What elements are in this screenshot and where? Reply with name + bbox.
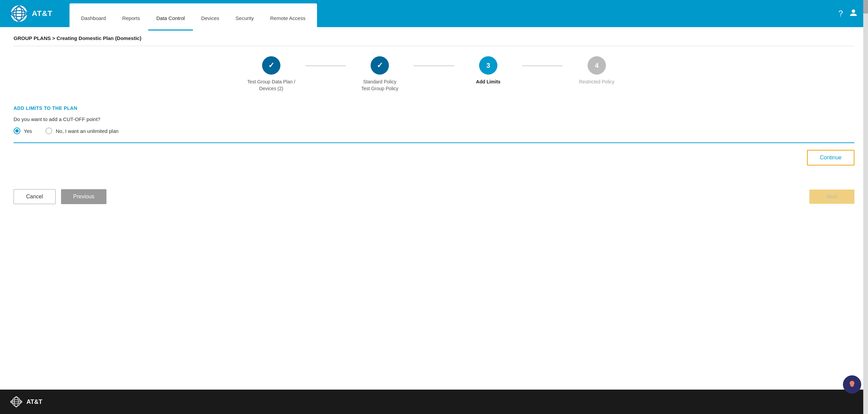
nav-remote-access[interactable]: Remote Access [262,7,314,31]
step-3-circle: 3 [479,56,497,75]
scrollbar[interactable] [863,0,868,414]
option-no[interactable]: No, I want an unlimited plan [45,127,118,134]
step-1-circle: ✓ [262,56,280,75]
radio-yes-dot [15,129,19,133]
cancel-button[interactable]: Cancel [14,189,56,204]
chat-icon [847,379,857,390]
stepper: ✓ Test Group Data Plan /Devices (2) ✓ St… [14,56,854,92]
help-icon[interactable]: ? [839,9,843,18]
left-buttons: Cancel Previous [14,189,106,204]
step-1-check: ✓ [268,61,274,70]
breadcrumb: GROUP PLANS > Creating Domestic Plan (Do… [14,35,854,46]
next-button[interactable]: Next [809,190,854,204]
svg-point-11 [850,381,854,386]
nav-data-control[interactable]: Data Control [148,7,193,31]
continue-button[interactable]: Continue [807,150,854,165]
main-content: GROUP PLANS > Creating Domestic Plan (Do… [0,27,868,390]
radio-yes-circle [14,127,20,134]
logo-area: AT&T [10,5,53,22]
step-3-number: 3 [486,62,490,70]
svg-point-5 [852,9,855,13]
step-4-circle: 4 [588,56,606,75]
form-section: ADD LIMITS TO THE PLAN Do you want to ad… [14,105,854,165]
chat-bubble[interactable] [843,375,861,394]
footer-text: AT&T [26,398,42,406]
option-yes[interactable]: Yes [14,127,32,134]
step-4-number: 4 [595,62,598,70]
att-logo-icon [10,5,28,22]
step-1-label: Test Group Data Plan /Devices (2) [247,79,295,92]
step-3: 3 Add Limits [454,56,522,85]
section-title: ADD LIMITS TO THE PLAN [14,105,854,111]
nav-dashboard[interactable]: Dashboard [73,7,114,31]
nav-reports[interactable]: Reports [114,7,148,31]
separator [14,142,854,143]
header: AT&T Dashboard Reports Data Control Devi… [0,0,868,27]
step-2-check: ✓ [377,61,383,70]
user-icon[interactable] [849,8,858,19]
step-1: ✓ Test Group Data Plan /Devices (2) [237,56,305,92]
connector-1-2 [305,65,346,66]
question-text: Do you want to add a CUT-OFF point? [14,116,854,122]
nav-devices[interactable]: Devices [193,7,227,31]
header-icons: ? [839,8,858,19]
step-4-label: Restricted Policy [579,79,614,85]
step-2-circle: ✓ [371,56,389,75]
connector-2-3 [414,65,454,66]
logo-text: AT&T [32,9,53,18]
radio-no-circle [45,127,52,134]
nav-security[interactable]: Security [228,7,262,31]
option-yes-label: Yes [24,128,32,134]
step-4: 4 Restricted Policy [563,56,631,85]
step-2: ✓ Standard PolicyTest Group Policy [346,56,414,92]
nav-area: Dashboard Reports Data Control Devices S… [70,3,317,31]
footer-logo-icon [10,396,22,408]
bottom-buttons: Cancel Previous Next [14,186,854,204]
connector-3-4 [522,65,563,66]
option-no-label: No, I want an unlimited plan [56,128,118,134]
scrollbar-thumb[interactable] [863,0,868,14]
step-3-label: Add Limits [476,79,500,85]
step-2-label: Standard PolicyTest Group Policy [361,79,398,92]
radio-group: Yes No, I want an unlimited plan [14,127,854,134]
previous-button[interactable]: Previous [61,189,106,204]
continue-row: Continue [14,142,854,165]
footer: AT&T [0,390,868,414]
